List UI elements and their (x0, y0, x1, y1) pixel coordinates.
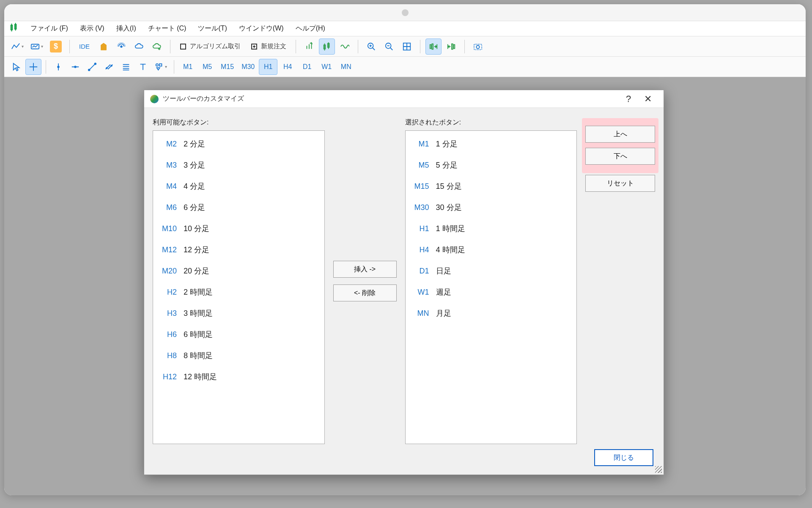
candles-icon[interactable] (319, 39, 335, 55)
channel-icon[interactable] (101, 59, 117, 75)
timeframe-m15[interactable]: M15 (217, 59, 237, 75)
item-code: M20 (158, 267, 178, 276)
algo-trading-button[interactable]: アルゴリズム取引 (176, 39, 245, 55)
item-code: M1 (411, 140, 431, 149)
item-label: 6 分足 (184, 202, 205, 213)
insert-button[interactable]: 挿入 -> (333, 261, 397, 278)
timeframe-h4[interactable]: H4 (278, 59, 297, 75)
wave-icon[interactable] (337, 39, 353, 55)
item-code: M15 (411, 182, 431, 191)
item-code: H3 (158, 309, 178, 318)
item-code: M10 (158, 224, 178, 233)
new-order-button[interactable]: 新規注文 (247, 39, 291, 55)
help-button[interactable]: ? (619, 90, 638, 108)
market-icon[interactable] (96, 39, 112, 55)
move-down-button[interactable]: 下へ (585, 148, 655, 165)
svg-point-46 (88, 69, 90, 71)
list-item[interactable]: M1515 分足 (406, 176, 577, 197)
item-label: 10 分足 (184, 224, 209, 234)
cursor-icon[interactable] (8, 59, 25, 75)
list-item[interactable]: MN月足 (406, 303, 577, 324)
available-listbox[interactable]: M22 分足M33 分足M44 分足M66 分足M1010 分足M1212 分足… (153, 130, 325, 444)
list-item[interactable]: M11 分足 (406, 133, 577, 155)
list-item[interactable]: D1日足 (406, 260, 577, 282)
list-item[interactable]: H33 時間足 (153, 303, 324, 324)
item-code: M2 (158, 140, 178, 149)
list-item[interactable]: H1212 時間足 (153, 366, 324, 387)
scroll-end-icon[interactable] (425, 39, 442, 55)
ide-button[interactable]: IDE (75, 39, 94, 55)
timeframe-mn[interactable]: MN (337, 59, 355, 75)
selected-listbox[interactable]: M11 分足M55 分足M1515 分足M3030 分足H11 時間足H44 時… (405, 130, 577, 444)
list-item[interactable]: M22 分足 (153, 133, 324, 155)
indicator-dropdown[interactable]: ▾ (28, 39, 46, 55)
workspace: ツールバーのカスタマイズ ? ✕ 利用可能なボタン: M22 分足M33 分足M… (4, 77, 806, 495)
list-item[interactable]: M44 分足 (153, 176, 324, 197)
signal-icon[interactable] (113, 39, 129, 55)
item-label: 4 分足 (184, 181, 205, 191)
titlebar-handle-icon (402, 9, 409, 16)
horizontal-line-icon[interactable] (67, 59, 83, 75)
cloud-plus-icon[interactable] (149, 39, 165, 55)
timeframe-h1[interactable]: H1 (259, 59, 277, 75)
list-item[interactable]: H88 時間足 (153, 345, 324, 366)
svg-rect-59 (159, 64, 162, 66)
cloud-icon[interactable] (131, 39, 147, 55)
bars-up-icon[interactable] (301, 39, 317, 55)
reset-button[interactable]: リセット (585, 175, 655, 192)
menu-insert[interactable]: 挿入(I) (116, 24, 136, 33)
move-up-button[interactable]: 上へ (585, 126, 655, 143)
list-item[interactable]: M1010 分足 (153, 218, 324, 239)
timeframe-w1[interactable]: W1 (317, 59, 336, 75)
list-item[interactable]: M3030 分足 (406, 197, 577, 218)
list-item[interactable]: H44 時間足 (406, 239, 577, 260)
timeframe-m30[interactable]: M30 (238, 59, 258, 75)
list-item[interactable]: M55 分足 (406, 155, 577, 176)
scroll-start-icon[interactable] (443, 39, 459, 55)
menu-tool[interactable]: ツール(T) (198, 24, 227, 33)
line-chart-dropdown[interactable]: ▾ (8, 39, 26, 55)
menu-window[interactable]: ウインドウ(W) (239, 24, 284, 33)
algo-trading-label: アルゴリズム取引 (190, 42, 241, 50)
menu-help[interactable]: ヘルプ(H) (296, 24, 325, 33)
list-item[interactable]: M66 分足 (153, 197, 324, 218)
customize-toolbar-dialog: ツールバーのカスタマイズ ? ✕ 利用可能なボタン: M22 分足M33 分足M… (144, 90, 664, 475)
list-item[interactable]: M1212 分足 (153, 239, 324, 260)
dollar-icon[interactable]: $ (47, 39, 64, 55)
resize-grip-icon[interactable] (655, 466, 662, 473)
trendline-icon[interactable] (84, 59, 100, 75)
close-icon[interactable]: ✕ (638, 90, 658, 108)
menu-view[interactable]: 表示 (V) (80, 24, 104, 33)
item-label: 週足 (436, 287, 451, 297)
grid-icon[interactable] (399, 39, 415, 55)
shapes-dropdown[interactable]: ▾ (152, 59, 170, 75)
crosshair-icon[interactable] (25, 59, 41, 75)
list-item[interactable]: M33 分足 (153, 155, 324, 176)
main-toolbar: ▾ ▾ $ IDE アルゴリズム取引 新規注文 (4, 36, 806, 57)
item-label: 5 分足 (436, 160, 458, 170)
camera-icon[interactable] (470, 39, 486, 55)
list-item[interactable]: H11 時間足 (406, 218, 577, 239)
remove-button[interactable]: <- 削除 (333, 284, 397, 301)
text-icon[interactable] (135, 59, 151, 75)
item-label: 3 分足 (184, 160, 205, 170)
timeframe-m1[interactable]: M1 (178, 59, 197, 75)
menu-file[interactable]: ファイル (F) (30, 24, 68, 33)
item-label: 2 分足 (184, 139, 205, 149)
item-code: H2 (158, 288, 178, 297)
list-item[interactable]: W1週足 (406, 282, 577, 303)
menubar: ファイル (F) 表示 (V) 挿入(I) チャート (C) ツール(T) ウイ… (4, 21, 806, 36)
close-button[interactable]: 閉じる (594, 449, 653, 466)
zoom-out-icon[interactable] (381, 39, 397, 55)
menu-chart[interactable]: チャート (C) (148, 24, 187, 33)
svg-point-51 (111, 65, 112, 66)
vertical-line-icon[interactable] (50, 59, 66, 75)
zoom-in-icon[interactable] (363, 39, 379, 55)
svg-line-24 (390, 47, 393, 50)
timeframe-d1[interactable]: D1 (298, 59, 316, 75)
list-item[interactable]: H66 時間足 (153, 324, 324, 345)
list-item[interactable]: M2020 分足 (153, 260, 324, 282)
fibonacci-icon[interactable] (118, 59, 134, 75)
timeframe-m5[interactable]: M5 (198, 59, 217, 75)
list-item[interactable]: H22 時間足 (153, 282, 324, 303)
